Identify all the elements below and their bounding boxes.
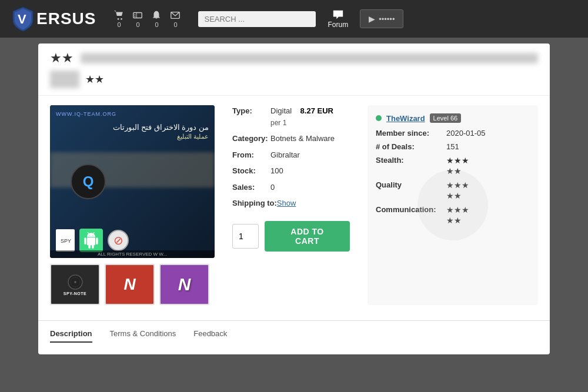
type-value-block: Digital 8.27 EUR per 1 [270,105,333,128]
from-row: From: Gibraltar [232,149,350,161]
notification-count: 0 [155,21,158,28]
forum-icon [332,9,344,19]
seller-online-indicator [376,115,382,121]
login-arrow-icon: ▶ [369,14,375,24]
svg-point-4 [135,14,136,15]
shipping-show-link[interactable]: Show [277,197,296,209]
message-count: 0 [173,21,177,28]
tab-feedback[interactable]: Feedback [193,329,227,343]
thumbnail-row: SPY-NOTE N N [50,264,215,305]
category-label: Category: [232,133,270,145]
stock-row: Stock: 100 [232,165,350,177]
product-area: WWW.IQ-TEAM.ORG من دورة الاختراق فتح الب… [38,96,550,314]
type-value: Digital [270,106,292,115]
member-since-label: Member since: [376,129,446,138]
logo-text: ERSUS [36,9,96,28]
cart-icon-item[interactable]: 0 [113,10,124,28]
mail-icon-item[interactable]: 0 [170,10,181,28]
bell-icon-item[interactable]: 0 [151,10,162,28]
forum-button[interactable]: Forum [328,9,348,29]
seller-name[interactable]: TheWizard [386,114,425,123]
seller-bg-decoration [417,170,488,240]
svg-point-2 [121,18,123,19]
header-icons: 0 0 0 0 [113,10,181,28]
coupon-icon [132,10,143,21]
type-label: Type: [232,105,270,117]
thumbnail-1[interactable]: SPY-NOTE [50,264,100,305]
sales-row: Sales: 0 [232,182,350,193]
thumbnail-2[interactable]: N [105,264,155,305]
sub-title-row: ★★ [50,71,538,88]
document-icon: SPY [58,232,72,249]
image-watermark: ALL RIGHTS RESERVED W W... [50,250,215,258]
page-wrapper: V ERSUS 0 0 0 0 [0,0,588,392]
product-image-logo: WWW.IQ-TEAM.ORG [56,111,116,117]
thumb-2-label: N [123,275,135,294]
coupon-count: 0 [136,21,139,28]
mail-icon [170,10,181,21]
spynote-thumb-icon [67,274,83,290]
search-input[interactable] [198,11,316,27]
blurred-thumbnail [50,71,79,88]
cart-count: 0 [117,21,121,28]
seller-top: TheWizard Level 66 [376,113,530,123]
coupon-icon-item[interactable]: 0 [132,10,143,28]
svg-point-1 [118,18,119,19]
category-row: Category: Botnets & Malware [232,133,350,145]
product-main-image: WWW.IQ-TEAM.ORG من دورة الاختراق فتح الب… [50,105,215,258]
tab-description[interactable]: Description [50,329,92,343]
deals-row: # of Deals: 151 [376,142,530,151]
member-since-row: Member since: 2020-01-05 [376,129,530,138]
logo-shield-icon: V [12,6,34,32]
svg-point-5 [135,15,136,16]
from-label: From: [232,149,270,161]
product-left: WWW.IQ-TEAM.ORG من دورة الاختراق فتح الب… [50,105,215,305]
tabs-row: Description Terms & Conditions Feedback [38,320,550,343]
sales-value: 0 [270,182,275,193]
title-area: ★★ ★★ [38,43,550,96]
product-image-inner: WWW.IQ-TEAM.ORG من دورة الاختراق فتح الب… [50,105,215,258]
svg-rect-3 [133,12,142,18]
add-to-cart-row: ADD TO CART [232,221,350,252]
cart-icon [113,10,124,21]
stars-title-row: ★★ [50,51,538,66]
quantity-input[interactable] [232,224,259,249]
android-svg-icon [83,232,99,249]
blurred-title [81,53,538,63]
category-value: Botnets & Malware [270,133,335,145]
rating-stars-small: ★★ [85,73,104,86]
product-image-icons-row: SPY ⊘ [56,229,129,252]
product-price-per: per 1 [270,119,286,127]
product-price: 8.27 EUR [300,106,333,115]
doc-icon: SPY [56,229,75,252]
stealth-stars-line1: ★★★ [446,156,469,165]
sales-label: Sales: [232,182,270,193]
shipping-label: Shipping to: [232,197,277,209]
svg-point-11 [74,281,76,283]
from-value: Gibraltar [270,149,300,161]
thumb-1-label: SPY-NOTE [64,292,86,296]
login-button[interactable]: ▶ •••••• [360,9,403,28]
stock-label: Stock: [232,165,270,177]
main-content: ★★ ★★ WWW.IQ-TEAM.ORG من دورة الاختراق ف… [38,43,550,354]
bell-icon [151,10,162,21]
tab-terms[interactable]: Terms & Conditions [110,329,176,343]
thumb-3-label: N [178,274,191,294]
member-since-value: 2020-01-05 [446,129,486,138]
login-label: •••••• [379,15,395,24]
product-details: Type: Digital 8.27 EUR per 1 Category: B… [232,105,350,305]
type-row: Type: Digital 8.27 EUR per 1 [232,105,350,128]
deals-label: # of Deals: [376,142,446,151]
stock-value: 100 [270,165,283,177]
seller-level-badge: Level 66 [430,113,462,123]
svg-text:SPY: SPY [61,238,71,244]
logo-area: V ERSUS [12,6,96,32]
forbidden-icon: ⊘ [108,230,129,251]
deals-value: 151 [446,142,459,151]
shipping-row: Shipping to: Show [232,197,350,209]
android-icon [79,229,103,252]
add-to-cart-button[interactable]: ADD TO CART [265,221,350,252]
thumbnail-3[interactable]: N [159,264,209,305]
seller-info: TheWizard Level 66 Member since: 2020-01… [368,105,538,305]
forum-label: Forum [328,21,348,29]
